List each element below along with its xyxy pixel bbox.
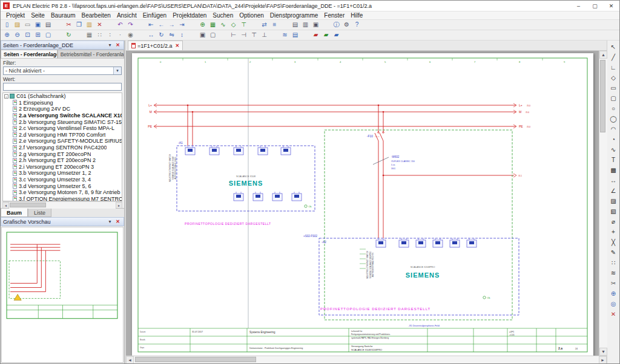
insert-device-button[interactable]: ▦	[208, 21, 218, 30]
close-icon[interactable]: ✕	[114, 42, 122, 48]
vertical-scrollbar[interactable]: ▲ ▼	[599, 51, 607, 356]
redraw-button[interactable]: ↻	[64, 31, 74, 40]
switch1-box[interactable]: -A1 SCALANCE X108 SIEMENS INDUSTRIE-ETHE…	[169, 141, 315, 211]
circuit-breaker[interactable]: -F10	[367, 132, 384, 141]
menu-item[interactable]: Projektdaten	[170, 12, 209, 19]
menu-item[interactable]: Seite	[28, 12, 48, 19]
scroll-thumb[interactable]	[600, 60, 605, 132]
toolbar-separator[interactable]	[249, 21, 259, 30]
redo-button[interactable]: ↷	[125, 21, 136, 30]
move-button[interactable]: ↔	[146, 31, 156, 40]
menu-item[interactable]: Projekt	[3, 12, 28, 19]
insert-tnode-button[interactable]: ⊤	[239, 21, 249, 30]
grid-coarse-button[interactable]: ·	[115, 31, 125, 40]
ellipse-tool[interactable]: ◯	[608, 114, 619, 124]
cable-definition[interactable]: -W602 ÖLFLEX CLASSIC 110 5 m 3G1	[373, 155, 415, 170]
tree-page-item[interactable]: 3.b Versorgung Umsetzer 1, 2	[3, 170, 122, 177]
menu-item[interactable]: Hilfe	[348, 12, 366, 19]
pages-navigator-button[interactable]: ▤	[290, 21, 300, 30]
menu-item[interactable]: Dienstprogramme	[267, 12, 321, 19]
scroll-track[interactable]	[134, 356, 599, 364]
page-prev-button[interactable]: ←	[156, 21, 167, 30]
polygon-tool[interactable]: ◇	[608, 73, 619, 83]
trim-tool[interactable]: ✂	[608, 278, 619, 288]
schematic-canvas[interactable]: 0 1 2 3 4 5 6 7 8 9	[126, 51, 599, 356]
image-tool[interactable]: ▩	[608, 165, 619, 175]
toolbar-separator[interactable]	[187, 31, 197, 40]
tree-page-item[interactable]: 1 Einspeisung	[3, 100, 122, 106]
close-page-button[interactable]: ▭	[22, 21, 33, 30]
fill-tool[interactable]: ▧	[608, 206, 619, 216]
switch2-box[interactable]: +S02-FS02 -A2 SCALANCE X208PRO SIEMENS I…	[303, 235, 519, 315]
toolbar-separator[interactable]	[187, 21, 197, 30]
break-tool[interactable]: ╳	[608, 237, 619, 247]
menu-item[interactable]: Optionen	[236, 12, 267, 19]
tree-page-item[interactable]: 2.a Versorgung Switche SCALANCE X108	[3, 112, 122, 119]
location-box[interactable]	[325, 130, 512, 320]
rectangle-tool[interactable]: ▭	[608, 83, 619, 93]
tree-horizontal-scrollbar[interactable]: ◂ ▸	[2, 201, 122, 208]
page-last-button[interactable]: ⇥	[177, 21, 187, 30]
align-top-button[interactable]: ⊤	[249, 31, 259, 40]
menu-item[interactable]: Fenster	[321, 12, 348, 19]
graphic-preview-button[interactable]: ▣	[311, 21, 321, 30]
tree-root-item[interactable]: - C01 (Schaltschrank)	[3, 93, 122, 100]
layer-tool[interactable]: ≋	[608, 268, 619, 278]
mark-blue-button[interactable]: ▰	[331, 31, 341, 40]
mirror-button[interactable]: ⇋	[167, 31, 177, 40]
update-connections-button[interactable]: ⇄	[259, 21, 269, 30]
arc-tool[interactable]: ◠	[608, 124, 619, 134]
text-tool[interactable]: T	[608, 155, 619, 165]
wert-input[interactable]	[3, 83, 122, 91]
chevron-down-icon[interactable]: ▾	[106, 42, 114, 48]
devices-navigator-button[interactable]: ▥	[300, 21, 311, 30]
scroll-left-icon[interactable]: ◄	[126, 356, 134, 364]
menu-item[interactable]: Bauraum	[48, 12, 79, 19]
tree-page-item[interactable]: 2.d Versorgung HMI TP700 Comfort	[3, 132, 122, 138]
menu-item[interactable]: Bearbeiten	[79, 12, 114, 19]
snap-toggle-button[interactable]: ◉	[125, 31, 136, 40]
align-right-button[interactable]: ⊣	[239, 31, 249, 40]
chevron-down-icon[interactable]: ▾	[106, 219, 114, 224]
tab-seiten[interactable]: Seiten - Foerderanlage_DDE	[1, 50, 58, 58]
toolbar-separator[interactable]	[74, 31, 84, 40]
scroll-left-icon[interactable]: ◂	[2, 202, 9, 209]
paste-button[interactable]: ▥	[84, 21, 94, 30]
scroll-thumb[interactable]	[10, 203, 46, 207]
toolbar-separator[interactable]	[269, 31, 280, 40]
scroll-track[interactable]	[599, 59, 607, 348]
collapse-icon[interactable]: -	[4, 94, 8, 99]
scroll-right-icon[interactable]: ▸	[116, 202, 122, 209]
zoom-out-button[interactable]: ⊖	[12, 31, 22, 40]
minimize-button[interactable]: –	[570, 1, 587, 11]
spline-tool[interactable]: ∿	[608, 145, 619, 155]
menu-item[interactable]: Suchen	[209, 12, 236, 19]
tree-page-item[interactable]: 2.e Versorgung SAFETY-MODULE SIRIUS	[3, 138, 122, 145]
tab-baum[interactable]: Baum	[1, 209, 28, 217]
tree-page-item[interactable]: 2.f Versorgung SENTRON PAC4200	[3, 145, 122, 151]
insert-symbol-button[interactable]: ⊕	[197, 21, 208, 30]
diameter-tool[interactable]: ⌀	[608, 216, 619, 227]
angle-dimension-tool[interactable]: ∠	[608, 186, 619, 196]
insert-cable-button[interactable]: ∿	[218, 21, 228, 30]
print-button[interactable]: ▤	[43, 21, 53, 30]
sector-tool[interactable]: ◔	[608, 134, 619, 145]
toolbar-separator[interactable]	[53, 21, 64, 30]
tab-liste[interactable]: Liste	[28, 209, 51, 217]
zoom-tool[interactable]: ⊕	[608, 288, 619, 299]
circle-tool[interactable]: ○	[608, 103, 619, 114]
align-bottom-button[interactable]: ⊥	[259, 31, 269, 40]
toolbar-separator[interactable]	[321, 21, 331, 30]
help-button[interactable]: ?	[352, 21, 362, 30]
tree-page-item[interactable]: 2.h Versorgung ET 200ecoPN 2	[3, 157, 122, 164]
scroll-right-icon[interactable]: ►	[599, 356, 607, 364]
tree-page-item[interactable]: 2.g Versorgung ET 200ecoPN	[3, 151, 122, 157]
close-icon[interactable]: ✕	[176, 43, 180, 48]
insert-terminal-button[interactable]: ◇	[228, 21, 239, 30]
maximize-button[interactable]: ▢	[587, 1, 603, 11]
hatch-tool[interactable]: ▨	[608, 196, 619, 206]
tree-page-item[interactable]: 3.d Versorgung Umsetzer 5, 6	[3, 183, 122, 189]
group-button[interactable]: ▣	[197, 31, 208, 40]
settings-button[interactable]: ⚙	[341, 21, 352, 30]
rounded-rect-tool[interactable]: ▢	[608, 93, 619, 103]
